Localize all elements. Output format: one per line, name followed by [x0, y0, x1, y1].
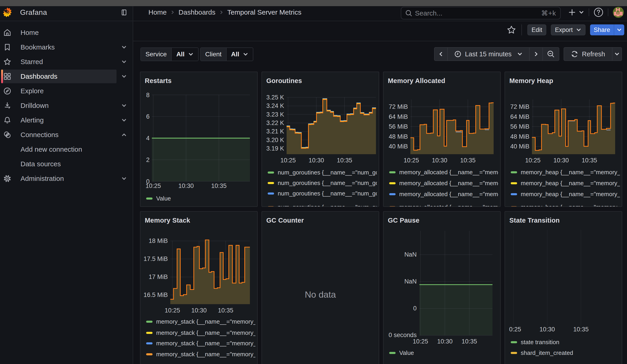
svg-text:3.21 K: 3.21 K	[266, 128, 284, 135]
svg-text:56 MiB: 56 MiB	[510, 123, 529, 130]
svg-text:10:35: 10:35	[211, 182, 227, 189]
svg-text:0: 0	[413, 305, 417, 312]
svg-text:40 MiB: 40 MiB	[510, 143, 529, 150]
svg-text:10:30: 10:30	[432, 157, 447, 164]
svg-text:10:35: 10:35	[337, 157, 352, 164]
svg-text:0:25: 0:25	[509, 326, 521, 333]
svg-text:NaN: NaN	[404, 251, 417, 258]
svg-text:10:35: 10:35	[460, 157, 476, 164]
svg-text:0 seconds: 0 seconds	[388, 332, 417, 338]
svg-text:10:25: 10:25	[146, 182, 161, 189]
svg-text:10:30: 10:30	[178, 182, 194, 189]
svg-text:56 MiB: 56 MiB	[389, 123, 408, 130]
svg-text:10:35: 10:35	[462, 338, 477, 345]
svg-text:3.24 K: 3.24 K	[266, 103, 284, 109]
svg-text:3.20 K: 3.20 K	[266, 137, 284, 144]
svg-text:48 MiB: 48 MiB	[389, 133, 408, 140]
svg-text:10:35: 10:35	[582, 157, 597, 164]
svg-text:10:25: 10:25	[280, 157, 296, 164]
svg-text:3.23 K: 3.23 K	[266, 111, 284, 118]
svg-text:40 MiB: 40 MiB	[389, 143, 408, 150]
svg-text:10:25: 10:25	[404, 157, 419, 164]
svg-text:10:30: 10:30	[437, 338, 453, 345]
svg-text:64 MiB: 64 MiB	[510, 113, 529, 120]
svg-text:64 MiB: 64 MiB	[389, 113, 408, 120]
svg-text:3.22 K: 3.22 K	[266, 119, 284, 126]
svg-text:16.5 MiB: 16.5 MiB	[143, 292, 168, 298]
svg-text:10:35: 10:35	[573, 326, 589, 333]
svg-text:2: 2	[146, 156, 150, 163]
svg-text:10:25: 10:25	[165, 307, 180, 314]
svg-text:10:30: 10:30	[553, 157, 569, 164]
svg-text:6: 6	[146, 113, 150, 120]
svg-text:48 MiB: 48 MiB	[510, 133, 529, 140]
svg-text:10:30: 10:30	[539, 326, 555, 333]
svg-text:72 MiB: 72 MiB	[510, 103, 529, 110]
svg-text:3.19 K: 3.19 K	[266, 145, 284, 152]
svg-text:10:30: 10:30	[191, 307, 207, 314]
svg-text:17 MiB: 17 MiB	[149, 273, 168, 280]
svg-text:10:25: 10:25	[525, 157, 541, 164]
svg-text:18 MiB: 18 MiB	[149, 237, 168, 244]
svg-text:72 MiB: 72 MiB	[389, 103, 408, 110]
svg-text:8: 8	[146, 92, 150, 99]
svg-text:10:35: 10:35	[218, 307, 233, 314]
svg-text:3.25 K: 3.25 K	[266, 94, 284, 101]
svg-text:NaN: NaN	[404, 278, 417, 285]
svg-text:4: 4	[146, 135, 150, 142]
svg-text:10:25: 10:25	[413, 338, 428, 345]
svg-text:10:30: 10:30	[309, 157, 324, 164]
svg-text:17.5 MiB: 17.5 MiB	[143, 256, 168, 262]
